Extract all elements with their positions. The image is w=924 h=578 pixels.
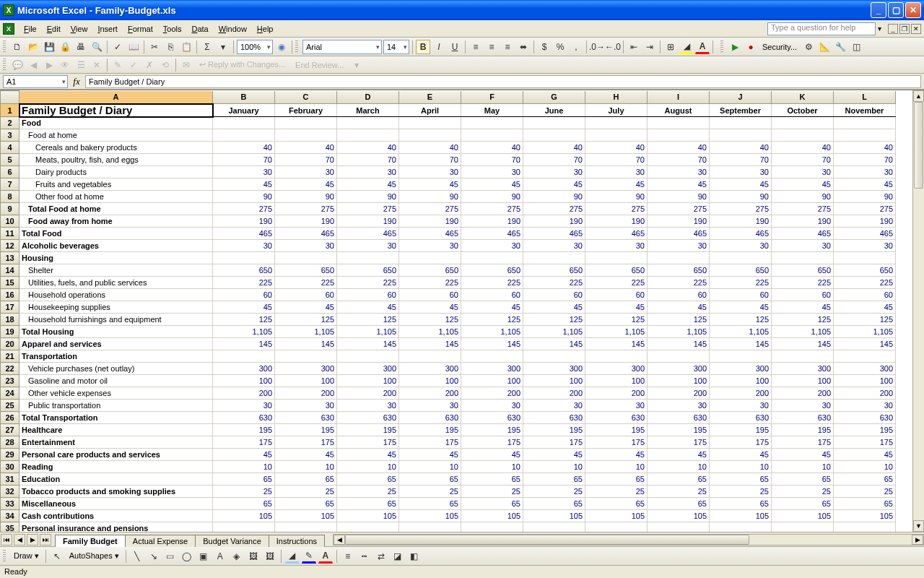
cell-E6[interactable]: 30 xyxy=(399,166,461,178)
cell-B29[interactable]: 45 xyxy=(213,449,275,461)
mail-icon[interactable]: ✉ xyxy=(179,58,193,72)
col-header-A[interactable]: A xyxy=(19,91,213,104)
cell-D34[interactable]: 105 xyxy=(337,510,399,522)
cell-C2[interactable] xyxy=(275,117,337,129)
cell-K22[interactable]: 300 xyxy=(772,363,834,375)
cell-I8[interactable]: 90 xyxy=(648,191,710,203)
cell-J3[interactable] xyxy=(710,129,772,142)
cell-H14[interactable]: 650 xyxy=(585,264,648,277)
cell-C35[interactable] xyxy=(275,522,337,532)
cell-I15[interactable]: 225 xyxy=(648,277,710,289)
cell-D31[interactable]: 65 xyxy=(337,473,399,486)
cell-I12[interactable]: 30 xyxy=(648,240,710,252)
cell-C22[interactable]: 300 xyxy=(275,363,337,375)
row-header-33[interactable]: 33 xyxy=(1,498,19,510)
cell-F30[interactable]: 10 xyxy=(461,461,523,473)
comma-icon[interactable]: , xyxy=(569,40,583,54)
align-left-icon[interactable]: ≡ xyxy=(468,40,483,54)
cell-H5[interactable]: 70 xyxy=(585,154,648,166)
cell-K27[interactable]: 195 xyxy=(772,424,834,436)
tab-prev-icon[interactable]: ◀ xyxy=(14,534,25,545)
cell-L25[interactable]: 30 xyxy=(834,400,896,412)
cell-L34[interactable]: 105 xyxy=(834,510,896,522)
cell-J22[interactable]: 300 xyxy=(710,363,772,375)
row-header-22[interactable]: 22 xyxy=(1,363,19,375)
cell-L8[interactable]: 90 xyxy=(834,191,896,203)
col-header-E[interactable]: E xyxy=(399,91,461,104)
comment-icon[interactable]: 💬 xyxy=(10,58,25,72)
cell-C10[interactable]: 190 xyxy=(275,215,337,228)
cell-C32[interactable]: 25 xyxy=(275,486,337,498)
cell-I21[interactable] xyxy=(648,350,710,363)
bold-button[interactable]: B xyxy=(416,40,430,54)
cell-I2[interactable] xyxy=(648,117,710,129)
row-header-30[interactable]: 30 xyxy=(1,461,19,473)
cell-D8[interactable]: 90 xyxy=(337,191,399,203)
cell-A22[interactable]: Vehicle purchases (net outlay) xyxy=(19,363,213,375)
cell-L31[interactable]: 65 xyxy=(834,473,896,486)
toolbar-options-icon[interactable]: ▾ xyxy=(349,58,364,72)
cell-L7[interactable]: 45 xyxy=(834,178,896,191)
cell-A5[interactable]: Meats, poultry, fish, and eggs xyxy=(19,154,213,166)
end-review-button[interactable]: End Review... xyxy=(291,61,348,69)
decrease-decimal-icon[interactable]: ←.0 xyxy=(606,40,620,54)
tab-next-icon[interactable]: ▶ xyxy=(27,534,38,545)
cell-B5[interactable]: 70 xyxy=(213,154,275,166)
cell-L2[interactable] xyxy=(834,117,896,129)
cell-H13[interactable] xyxy=(585,252,648,264)
cell-E13[interactable] xyxy=(399,252,461,264)
cell-F27[interactable]: 195 xyxy=(461,424,523,436)
cell-J24[interactable]: 200 xyxy=(710,387,772,400)
cell-E16[interactable]: 60 xyxy=(399,289,461,301)
cell-B12[interactable]: 30 xyxy=(213,240,275,252)
cell-E17[interactable]: 45 xyxy=(399,301,461,314)
col-header-C[interactable]: C xyxy=(275,91,337,104)
cell-L23[interactable]: 100 xyxy=(834,375,896,387)
sheet-tab-family-budget[interactable]: Family Budget xyxy=(55,535,126,547)
cell-K23[interactable]: 100 xyxy=(772,375,834,387)
cell-I33[interactable]: 65 xyxy=(648,498,710,510)
cell-A21[interactable]: Transportation xyxy=(19,350,213,363)
cell-E5[interactable]: 70 xyxy=(399,154,461,166)
row-header-27[interactable]: 27 xyxy=(1,424,19,436)
cell-E8[interactable]: 90 xyxy=(399,191,461,203)
cell-E32[interactable]: 25 xyxy=(399,486,461,498)
name-box[interactable]: A1 xyxy=(3,75,68,88)
cell-G21[interactable] xyxy=(523,350,585,363)
row-header-26[interactable]: 26 xyxy=(1,412,19,424)
arrow-style-icon[interactable]: ⇄ xyxy=(374,549,388,564)
cell-A11[interactable]: Total Food xyxy=(19,228,213,240)
font-size-combo[interactable]: 14 xyxy=(383,40,409,54)
row-header-20[interactable]: 20 xyxy=(1,338,19,350)
row-header-25[interactable]: 25 xyxy=(1,400,19,412)
cell-E4[interactable]: 40 xyxy=(399,142,461,154)
cell-D21[interactable] xyxy=(337,350,399,363)
cell-H26[interactable]: 630 xyxy=(585,412,648,424)
cell-G13[interactable] xyxy=(523,252,585,264)
textbox-icon[interactable]: ▣ xyxy=(196,549,211,564)
row-header-34[interactable]: 34 xyxy=(1,510,19,522)
cell-I26[interactable]: 630 xyxy=(648,412,710,424)
cell-I6[interactable]: 30 xyxy=(648,166,710,178)
cell-K35[interactable] xyxy=(772,522,834,532)
cell-L11[interactable]: 465 xyxy=(834,228,896,240)
font-combo[interactable]: Arial xyxy=(302,40,382,54)
cell-H16[interactable]: 60 xyxy=(585,289,648,301)
cell-D9[interactable]: 275 xyxy=(337,203,399,215)
cell-H7[interactable]: 45 xyxy=(585,178,648,191)
cell-C13[interactable] xyxy=(275,252,337,264)
wordart-icon[interactable]: А xyxy=(213,549,227,564)
cell-K19[interactable]: 1,105 xyxy=(772,326,834,338)
cell-C23[interactable]: 100 xyxy=(275,375,337,387)
cell-K34[interactable]: 105 xyxy=(772,510,834,522)
cell-B23[interactable]: 100 xyxy=(213,375,275,387)
cell-C6[interactable]: 30 xyxy=(275,166,337,178)
cell-L35[interactable] xyxy=(834,522,896,532)
prev-comment-icon[interactable]: ◀ xyxy=(26,58,40,72)
cell-E35[interactable] xyxy=(399,522,461,532)
increase-decimal-icon[interactable]: .0→ xyxy=(590,40,604,54)
fill-color-icon[interactable]: ◢ xyxy=(679,40,694,54)
cell-H18[interactable]: 125 xyxy=(585,314,648,326)
cell-A15[interactable]: Utilities, fuels, and public services xyxy=(19,277,213,289)
cell-D25[interactable]: 30 xyxy=(337,400,399,412)
